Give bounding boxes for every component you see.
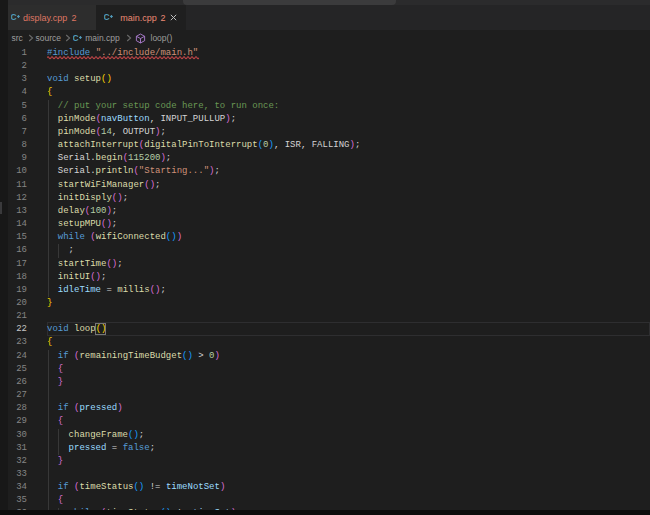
svg-text:C: C — [104, 12, 110, 21]
svg-text:C: C — [11, 12, 17, 21]
svg-text:C: C — [73, 33, 79, 42]
